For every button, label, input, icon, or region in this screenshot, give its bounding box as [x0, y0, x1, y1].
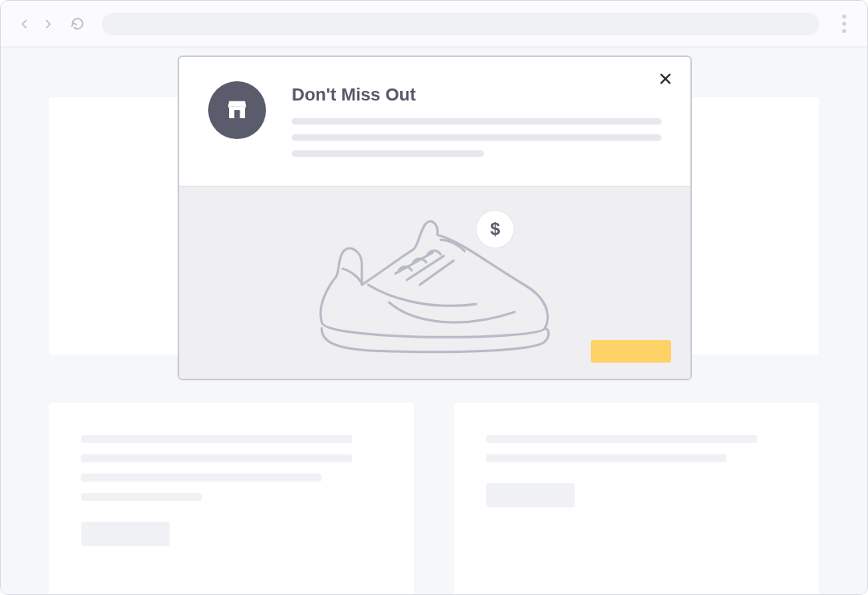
promo-popup: Don't Miss Out	[178, 55, 692, 380]
forward-button[interactable]	[36, 12, 60, 36]
url-bar[interactable]	[102, 13, 819, 35]
svg-rect-1	[234, 110, 240, 118]
popup-header: Don't Miss Out	[179, 57, 690, 186]
dollar-icon: $	[490, 219, 500, 240]
popup-body: $	[179, 186, 690, 379]
sneaker-illustration	[293, 207, 566, 371]
popup-text-line	[292, 118, 661, 125]
browser-toolbar	[1, 1, 867, 47]
price-badge: $	[477, 211, 514, 248]
close-button[interactable]	[655, 68, 676, 89]
browser-window: Don't Miss Out	[0, 0, 868, 595]
sidebar-placeholder	[49, 97, 186, 355]
popup-text-line	[292, 150, 484, 157]
content-card	[49, 403, 414, 595]
back-button[interactable]	[12, 12, 36, 36]
cta-button[interactable]	[591, 340, 671, 363]
storefront-icon	[208, 81, 266, 139]
browser-menu-button[interactable]	[832, 14, 856, 33]
content-card	[454, 403, 819, 595]
popup-title: Don't Miss Out	[292, 84, 661, 105]
popup-text-line	[292, 134, 661, 141]
refresh-button[interactable]	[65, 12, 89, 36]
